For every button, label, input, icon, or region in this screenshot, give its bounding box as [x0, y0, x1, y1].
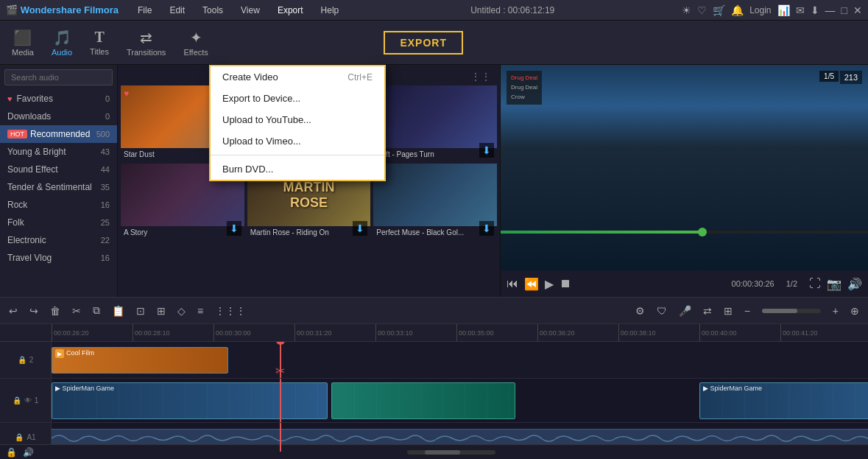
track-lock-icon-2[interactable]: 🔒: [18, 356, 27, 364]
toolbar-audio[interactable]: 🎵 Audio: [52, 29, 72, 57]
burn-dvd[interactable]: Burn DVD...: [211, 158, 384, 180]
stop-btn[interactable]: ⏹: [560, 277, 571, 290]
ruler-mark-9: 00:00:41:20: [780, 324, 861, 342]
clip-label-cool-film: Cool Film: [66, 349, 94, 357]
card-download-4[interactable]: ⬇: [227, 221, 241, 236]
menu-export[interactable]: Export: [273, 4, 308, 17]
audio-card-drift[interactable]: ⬇ Drift - Pages Turn: [373, 85, 497, 161]
preview-controls-bar: ⏮ ⏪ ▶ ⏹ 00:00:30:26 1/2 ⛶ 📷 🔊: [501, 270, 868, 297]
category-recommended[interactable]: HOT Recommended 500: [0, 125, 117, 143]
audio-track-lock-icon[interactable]: 🔒: [15, 433, 24, 441]
zoom-fit-btn[interactable]: ⊞: [154, 304, 169, 318]
track-eye-icon-1[interactable]: 👁: [24, 396, 32, 404]
sound-effect-count: 44: [101, 165, 110, 174]
crop-btn[interactable]: ⊡: [133, 304, 148, 318]
mail-icon[interactable]: ✉: [796, 4, 805, 16]
clip-spiderman-3[interactable]: ▶ SpiderMan Game: [699, 382, 868, 419]
category-sound-effect[interactable]: Sound Effect 44: [0, 161, 117, 178]
delete-btn[interactable]: 🗑: [47, 304, 63, 318]
category-electronic[interactable]: Electronic 22: [0, 231, 117, 249]
exchange-btn[interactable]: ⇄: [700, 304, 715, 318]
category-travel-vlog[interactable]: Travel Vlog 16: [0, 249, 117, 267]
timeline-tracks: 🔒 2 ▶ Cool Film ✂ 🔒 👁 1: [0, 342, 868, 459]
grid-btn[interactable]: ⊞: [721, 304, 735, 318]
settings-btn[interactable]: ⚙: [632, 304, 648, 318]
volume-icon[interactable]: 🔊: [847, 277, 862, 291]
category-tender[interactable]: Tender & Sentimental 35: [0, 178, 117, 196]
category-downloads[interactable]: Downloads 0: [0, 108, 117, 125]
toolbar-transitions[interactable]: ⇄ Transitions: [127, 29, 166, 57]
category-rock[interactable]: Rock 16: [0, 196, 117, 214]
audio-adjust-btn[interactable]: ≡: [194, 304, 206, 318]
export-to-device[interactable]: Export to Device...: [211, 88, 384, 109]
paste-btn[interactable]: 📋: [109, 304, 127, 318]
card-download-5[interactable]: ⬇: [353, 221, 367, 236]
minimize-icon[interactable]: —: [825, 4, 836, 16]
camera-icon[interactable]: 📷: [827, 277, 841, 291]
login-btn[interactable]: Login: [749, 5, 771, 15]
add-track-btn[interactable]: ⊕: [847, 304, 862, 318]
menu-help[interactable]: Help: [317, 4, 344, 17]
toolbar-titles[interactable]: T Titles: [90, 29, 109, 56]
brightness-icon[interactable]: ☀: [682, 4, 691, 16]
clip-cool-film[interactable]: ▶ Cool Film: [52, 347, 228, 374]
mic-btn[interactable]: 🎤: [676, 304, 694, 318]
track-lock-icon-1[interactable]: 🔒: [13, 396, 21, 404]
toolbar-audio-label: Audio: [52, 48, 72, 57]
lock-icon-status[interactable]: 🔒: [6, 447, 17, 458]
minus-btn[interactable]: −: [741, 304, 753, 318]
shield-btn[interactable]: 🛡: [654, 304, 670, 318]
card-download-6[interactable]: ⬇: [479, 221, 494, 236]
toolbar-media-label: Media: [12, 48, 34, 57]
category-favorites[interactable]: ♥ Favorites 0: [0, 90, 117, 108]
close-icon[interactable]: ✕: [853, 4, 862, 16]
audio-card-perfect-muse[interactable]: ⬇ Perfect Muse - Black Gol...: [373, 164, 497, 239]
upload-youtube[interactable]: Upload to YouTube...: [211, 109, 384, 130]
export-button[interactable]: EXPORT: [384, 31, 463, 55]
maximize-icon[interactable]: □: [841, 4, 847, 16]
upload-youtube-label: Upload to YouTube...: [222, 114, 311, 125]
menu-file[interactable]: File: [133, 4, 156, 17]
category-young-bright[interactable]: Young & Bright 43: [0, 143, 117, 161]
horizontal-scrollbar[interactable]: [407, 450, 495, 455]
heart-icon[interactable]: ♡: [697, 4, 707, 16]
cart-icon[interactable]: 🔔: [731, 4, 744, 16]
search-input[interactable]: [4, 69, 113, 85]
card-fav-1[interactable]: ♥: [124, 88, 129, 99]
prev-skip-btn[interactable]: ⏪: [524, 277, 539, 291]
ruler-mark-4: 00:00:33:10: [375, 324, 456, 342]
download-icon[interactable]: ⬇: [811, 4, 819, 16]
menu-tools[interactable]: Tools: [198, 4, 227, 17]
menu-edit[interactable]: Edit: [165, 4, 189, 17]
undo-btn[interactable]: ↩: [6, 304, 21, 318]
speaker-icon-status[interactable]: 🔊: [23, 447, 34, 458]
clip-spiderman-2[interactable]: [331, 382, 515, 419]
category-folk[interactable]: Folk 25: [0, 214, 117, 231]
track-content-2[interactable]: ▶ Cool Film ✂: [52, 342, 868, 378]
play-btn[interactable]: ▶: [545, 277, 554, 291]
preview-panel: Drug Deal Drug Deal Crow 213 1/5 ⏮ ⏪ ▶ ⏹…: [500, 65, 868, 297]
app-logo: 🎬 Wondershare Filmora: [6, 4, 119, 15]
toolbar-media[interactable]: ⬛ Media: [12, 29, 34, 57]
fullscreen-icon[interactable]: ⛶: [809, 277, 821, 290]
analytics-icon[interactable]: 📊: [777, 4, 790, 16]
bell-icon[interactable]: 🛒: [713, 4, 725, 16]
hot-badge: HOT: [7, 130, 27, 139]
prev-frame-btn[interactable]: ⏮: [507, 277, 518, 290]
beat-detect-btn[interactable]: ⋮⋮⋮: [212, 304, 249, 318]
game-objective-2: Crow: [511, 93, 537, 102]
card-download-3[interactable]: ⬇: [479, 143, 494, 158]
clip-spiderman-1[interactable]: ▶ SpiderMan Game: [52, 382, 328, 419]
marker-btn[interactable]: ◇: [174, 304, 188, 318]
redo-btn[interactable]: ↪: [27, 304, 41, 318]
upload-vimeo[interactable]: Upload to Vimeo...: [211, 130, 384, 152]
toolbar-effects[interactable]: ✦ Effects: [183, 29, 208, 57]
grid-menu-icon[interactable]: ⋮⋮: [470, 71, 491, 83]
young-bright-count: 43: [101, 147, 110, 156]
track-content-1[interactable]: ▶ SpiderMan Game ▶ SpiderMan Game: [52, 379, 868, 422]
export-create-video[interactable]: Create Video Ctrl+E: [211, 66, 384, 88]
cut-btn[interactable]: ✂: [69, 304, 84, 318]
plus-btn[interactable]: +: [830, 304, 841, 318]
menu-view[interactable]: View: [236, 4, 264, 17]
copy-btn[interactable]: ⧉: [90, 303, 103, 318]
